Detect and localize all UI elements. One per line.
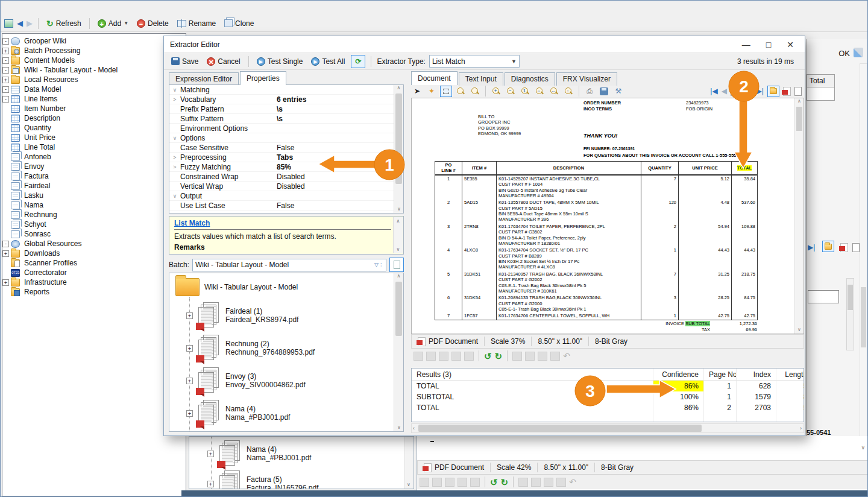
tree-node[interactable]: Anfoneb [2,152,186,162]
save-image-icon[interactable] [598,86,610,97]
results-col-confidence[interactable]: Confidence [653,369,703,380]
property-row[interactable]: Suffix Pattern \s [169,114,395,124]
batch-expander-icon[interactable]: + [186,378,193,384]
extractor-type-dropdown[interactable]: List Match▼ [429,55,520,68]
result-row[interactable]: SUBTOTAL 100% 1 1579 8 [412,391,804,402]
batch-document-item[interactable]: + Envoy (3)Envoy_SIV00004862.pdf [186,367,403,394]
tree-node[interactable]: Factura [2,171,186,181]
property-expander-icon[interactable]: ∨ [171,193,179,199]
tree-node[interactable]: Quantity [2,123,186,133]
undo-icon[interactable]: ↶ [563,351,570,361]
pdf-view-icon[interactable] [783,87,791,96]
tab-properties[interactable]: Properties [240,71,286,85]
cancel-button[interactable]: ✕Cancel [204,56,242,67]
clone-button[interactable]: Clone [222,18,256,29]
tree-toggle-icon[interactable] [767,86,779,97]
delete-button[interactable]: −Delete [134,18,171,29]
rename-button[interactable]: Rename [175,18,218,29]
property-row[interactable]: > Fuzzy Matching 85% [169,162,395,172]
tree-node[interactable]: Unit Price [2,133,186,142]
tools-icon[interactable] [854,48,863,57]
tree-node[interactable]: - Grooper Wiki [2,36,186,46]
tree-node[interactable]: Line Total [2,142,186,152]
zoom-fit-height-icon[interactable] [562,86,574,97]
property-row[interactable]: ∨ Matching [169,85,395,95]
property-value[interactable]: 6 entries [274,95,395,104]
page-last-icon[interactable]: ▶| [756,87,764,95]
property-value[interactable]: False [274,201,395,210]
tree-node[interactable]: + Infrastructure [2,277,186,287]
list-match-link[interactable]: List Match [174,219,210,227]
forward-icon[interactable]: ▶ [27,19,33,28]
tree-expander-icon[interactable]: - [2,67,9,74]
tree-node[interactable]: + Batch Processing [2,46,186,55]
menu-item[interactable] [54,6,68,10]
rotate-cw-icon[interactable]: ↻ [501,478,509,487]
tree-node[interactable]: Schyot [2,220,186,229]
background-tree-toggle-icon[interactable] [822,241,834,252]
tree-node[interactable]: - Wiki - Tabular Layout - Model [2,65,186,75]
property-row[interactable]: ∨ Options [169,133,395,143]
batch-document-item[interactable]: + Fairdeal (1)Fairdeal_KRS8974.pdf [186,302,403,329]
property-expander-icon[interactable]: ∨ [171,87,179,93]
minimize-icon[interactable]: — [742,40,750,49]
zoom-actual-icon[interactable] [519,86,531,97]
test-single-button[interactable]: ▶Test Single [254,56,306,67]
batch-document-button[interactable] [389,258,404,272]
text-view-icon[interactable] [794,87,802,96]
property-value[interactable]: Disabled [274,173,395,181]
page-number-input[interactable]: 1 [731,86,743,96]
page-last-icon[interactable]: ▶| [808,243,815,255]
settings-icon[interactable]: ⚒ [612,86,624,97]
tree-node[interactable]: Envoy [2,162,186,171]
rotate-ccw-icon[interactable]: ↺ [490,478,498,487]
close-icon[interactable]: ✕ [787,40,794,49]
property-row[interactable]: Environment Options [169,124,395,133]
auto-test-toggle[interactable]: ⟳ [351,55,365,68]
tab-document[interactable]: Document [411,71,458,85]
background-text-icon[interactable] [852,243,860,252]
pan-tool-icon[interactable]: ✦ [426,86,438,97]
tree-node[interactable]: Sonrasc [2,229,186,239]
tab-text-input[interactable]: Text Input [459,72,503,86]
tree-node[interactable]: Rechnung [2,210,186,220]
tree-expander-icon[interactable]: - [2,57,9,64]
zoom-fit-icon[interactable] [533,86,546,97]
property-row[interactable]: > Preprocessing Tabs [169,153,395,162]
batch-expander-icon[interactable]: + [186,345,193,352]
batch-expander-icon[interactable]: + [186,410,193,417]
batch-document-item[interactable]: + Rechnung (2)Rechnung_9764889953.pdf [186,335,403,361]
tree-expander-icon[interactable]: - [2,86,9,93]
menu-item[interactable] [7,6,21,10]
property-row[interactable]: Use List Case False [169,201,395,211]
zoom-fit-width-icon[interactable] [548,86,560,97]
results-horizontal-scrollbar[interactable]: ‹› [411,423,804,433]
tree-node[interactable]: Reports [2,287,186,297]
background-batch-item[interactable]: + Nama (4)Nama_#PBJ001.pdf [207,440,414,467]
batch-root-label[interactable]: Wiki - Tabular Layout - Model [204,283,298,291]
maximize-icon[interactable]: □ [766,40,771,49]
tab-frx-visualizer[interactable]: FRX Visualizer [556,72,617,86]
tree-node[interactable]: Item Number [2,104,186,113]
document-canvas[interactable]: ORDER NUMBER 234823973 INCO TERMS FOB OR… [411,98,804,334]
preview-icon[interactable] [469,86,481,97]
description-scroll[interactable]: ∧∨ [393,217,403,253]
back-icon[interactable]: ◀ [17,19,23,28]
batch-expander-icon[interactable]: + [207,481,214,487]
property-value[interactable]: Disabled [274,182,395,191]
zoom-in-icon[interactable] [490,86,502,97]
property-value[interactable]: 85% [274,163,395,171]
property-value[interactable]: Tabs [274,153,395,162]
results-col-length[interactable]: Length [776,369,804,380]
property-expander-icon[interactable]: > [171,97,179,103]
property-row[interactable]: > Vocabulary 6 entries [169,95,395,104]
tree-node[interactable]: + Downloads [2,248,186,258]
result-row[interactable]: TOTAL 86% 1 628 5 [412,381,804,391]
tab-diagnostics[interactable]: Diagnostics [505,72,555,86]
undo-icon[interactable]: ↶ [569,477,576,487]
page-prev-icon[interactable]: ◀ [722,87,727,95]
refresh-button[interactable]: ↻Refresh [44,18,84,29]
tree-node[interactable]: Lasku [2,191,186,200]
tree-node[interactable]: - Line Items [2,94,186,104]
tree-node[interactable]: - Global Resources [2,239,186,248]
